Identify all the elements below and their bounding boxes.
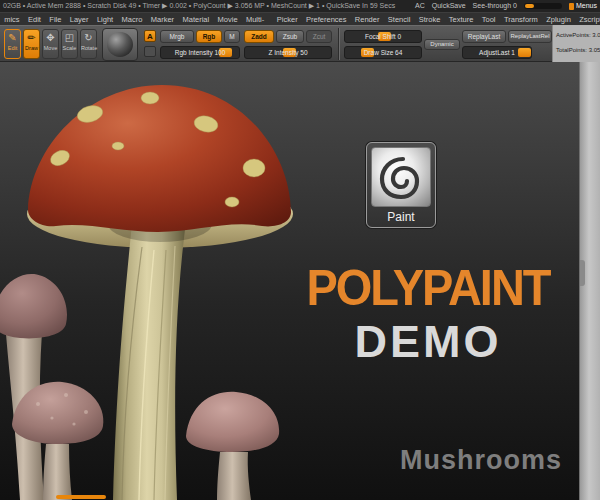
zadd-button[interactable]: Zadd [244, 30, 274, 43]
memory-status-text: 02GB • Active Mem 2888 • Scratch Disk 49… [0, 0, 415, 12]
mushrooms-watermark: Mushrooms [400, 445, 562, 476]
polypaint-title: POLYPAINT [288, 262, 568, 313]
menus-button[interactable]: Menus [569, 0, 597, 12]
see-through-slider-thumb[interactable] [525, 4, 534, 8]
alpha-a-button[interactable]: A [144, 30, 156, 42]
draw-pen-icon: ✏ [24, 30, 39, 45]
rotate-mode-button[interactable]: ↻ Rotate [80, 29, 97, 59]
total-points-text: TotalPoints: 3.05 [556, 43, 600, 58]
scale-icon: ◰ [62, 30, 77, 45]
zcut-button[interactable]: Zcut [306, 30, 332, 43]
replay-last-rel-button[interactable]: ReplayLastRel [508, 30, 552, 43]
mushroom-center-cap [186, 392, 279, 452]
mushroom-left-cap [0, 274, 67, 338]
tray-divider-handle[interactable] [580, 260, 585, 286]
rotate-icon: ↻ [81, 30, 96, 45]
quicksave-button[interactable]: QuickSave [432, 0, 466, 12]
pencil-icon: ✎ [5, 30, 20, 45]
draw-mode-button[interactable]: ✏ Draw [23, 29, 40, 59]
color-swatch[interactable] [144, 46, 156, 57]
zsub-button[interactable]: Zsub [276, 30, 304, 43]
demo-title: DEMO [288, 319, 568, 364]
paint-swirl-icon [371, 147, 431, 207]
right-tray[interactable] [579, 25, 600, 500]
status-bar: 02GB • Active Mem 2888 • Scratch Disk 49… [0, 0, 600, 12]
paint-brush-button[interactable]: Paint [366, 142, 436, 228]
points-stats-panel: ActivePoints: 3.05 TotalPoints: 3.05 [552, 25, 600, 62]
edit-mode-button[interactable]: ✎ Edit [4, 29, 21, 59]
dynamic-button[interactable]: Dynamic [424, 39, 460, 50]
m-button[interactable]: M [224, 30, 240, 43]
zbrush-window: 02GB • Active Mem 2888 • Scratch Disk 49… [0, 0, 600, 500]
top-shelf-toolbar: ✎ Edit ✏ Draw ✥ Move ◰ Scale ↻ Rotate A … [0, 25, 600, 62]
active-points-text: ActivePoints: 3.05 [556, 28, 600, 43]
current-brush-button[interactable] [102, 28, 138, 61]
see-through-label: See-through 0 [473, 0, 517, 12]
adjust-last-thumb[interactable] [518, 48, 531, 57]
see-through-slider[interactable] [524, 3, 562, 9]
draw-size-slider[interactable]: Draw Size 64 [344, 46, 422, 59]
menu-bar: mics Edit File Layer Light Macro Marker … [0, 12, 600, 26]
rgb-intensity-slider[interactable]: Rgb Intensity 100 [160, 46, 240, 59]
brush-sphere-icon [107, 32, 133, 57]
horizontal-scrollbar[interactable] [56, 495, 106, 499]
rgb-button[interactable]: Rgb [196, 30, 222, 43]
adjust-last-slider[interactable]: AdjustLast 1 [462, 46, 532, 59]
ac-indicator: AC [415, 0, 425, 12]
menus-indicator-icon [569, 3, 574, 10]
title-block: POLYPAINT DEMO [288, 264, 568, 364]
scale-mode-button[interactable]: ◰ Scale [61, 29, 78, 59]
toolbar-separator [338, 28, 339, 60]
move-arrows-icon: ✥ [43, 30, 58, 45]
focal-shift-slider[interactable]: Focal Shift 0 [344, 30, 422, 43]
paint-button-label: Paint [371, 207, 431, 226]
z-intensity-slider[interactable]: Z Intensity 50 [244, 46, 332, 59]
replay-last-button[interactable]: ReplayLast [462, 30, 506, 43]
mushroom-center-stem [217, 452, 251, 500]
move-mode-button[interactable]: ✥ Move [42, 29, 59, 59]
mushroom-small-left-stem [43, 444, 72, 500]
document-canvas[interactable]: Paint POLYPAINT DEMO Mushrooms [0, 62, 580, 500]
mrgb-button[interactable]: Mrgb [160, 30, 194, 43]
